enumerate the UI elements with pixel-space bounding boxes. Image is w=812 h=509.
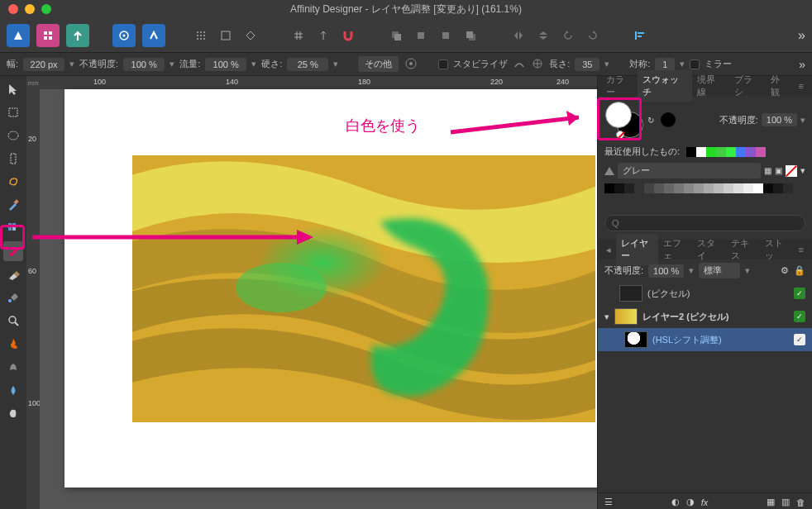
panel-menu-button[interactable]: ≡ <box>794 241 809 258</box>
layer-blend-mode[interactable]: 標準 <box>699 263 740 278</box>
flood-select-tool[interactable] <box>3 218 23 238</box>
swatch-grid-large-button[interactable]: ▣ <box>775 166 782 175</box>
palette-swatch[interactable] <box>664 183 674 193</box>
move-tool[interactable] <box>3 79 23 99</box>
adjustment-layer-button[interactable]: ◑ <box>686 497 695 507</box>
pixel-persona-button[interactable] <box>36 24 60 47</box>
arrange-backward-button[interactable] <box>408 24 433 47</box>
recent-color-swatch[interactable] <box>686 147 696 157</box>
fill-color-well[interactable] <box>605 102 632 128</box>
export-persona-button[interactable] <box>66 24 89 47</box>
palette-swatch[interactable] <box>644 183 654 193</box>
stabilizer-checkbox[interactable] <box>438 59 448 69</box>
panel-menu-button[interactable]: ≡ <box>794 78 809 94</box>
recent-color-swatch[interactable] <box>726 147 736 157</box>
fill-tool[interactable] <box>3 288 23 307</box>
recent-color-swatch[interactable] <box>756 147 766 157</box>
stabilizer-rope-icon[interactable] <box>513 57 526 72</box>
palette-swatch[interactable] <box>634 183 644 193</box>
palette-swatch[interactable] <box>674 183 684 193</box>
smudge-tool[interactable] <box>3 357 23 377</box>
layer-row[interactable]: (ピクセル) ✓ <box>598 282 812 305</box>
grid-dots-button[interactable] <box>189 24 213 47</box>
layer-expand-toggle[interactable]: ▾ <box>604 312 609 322</box>
palette-swatch[interactable] <box>714 183 724 193</box>
swap-colors-icon[interactable]: ↻ <box>647 116 654 125</box>
rect-marquee-tool[interactable] <box>3 102 23 122</box>
swatch-grid-small-button[interactable]: ▦ <box>764 166 771 175</box>
palette-swatch[interactable] <box>783 183 793 193</box>
palette-swatch[interactable] <box>604 183 614 193</box>
palette-swatch[interactable] <box>654 183 664 193</box>
layer-row[interactable]: (HSLシフト調整) ✓ <box>598 328 812 351</box>
snap-magnet-button[interactable] <box>336 24 361 47</box>
layer-settings-icon[interactable]: ⚙ <box>781 265 789 276</box>
swatch-opacity-value[interactable]: 100 % <box>762 113 797 126</box>
fx-layer-button[interactable]: fx <box>701 497 709 507</box>
symmetry-value[interactable]: 1 <box>655 58 675 71</box>
toolbar-overflow-button[interactable]: » <box>798 28 805 43</box>
force-pressure-button[interactable] <box>142 24 165 47</box>
layer-lock-icon[interactable]: 🔒 <box>794 265 805 276</box>
freehand-select-tool[interactable] <box>3 172 23 192</box>
recent-color-swatch[interactable] <box>706 147 716 157</box>
blur-tool[interactable] <box>3 380 23 400</box>
recent-color-swatch[interactable] <box>746 147 756 157</box>
layer-visibility-checkbox[interactable]: ✓ <box>794 288 805 299</box>
brush-width-value[interactable]: 220 px <box>23 58 64 71</box>
snap-guides-button[interactable] <box>311 24 336 47</box>
palette-swatch[interactable] <box>724 183 733 193</box>
recent-color-swatch[interactable] <box>736 147 746 157</box>
ruler-horizontal[interactable]: 100 140 180 220 240 <box>40 76 597 89</box>
recent-color-swatch[interactable] <box>696 147 706 157</box>
swatch-none-button[interactable] <box>786 165 797 177</box>
secondary-color-well[interactable] <box>661 112 676 127</box>
brush-more-dropdown[interactable]: その他 <box>358 56 399 72</box>
align-left-button[interactable] <box>628 24 652 47</box>
precise-clip-button[interactable] <box>112 24 136 47</box>
ellipse-marquee-tool[interactable] <box>3 126 23 145</box>
arrange-back-button[interactable] <box>384 24 408 47</box>
delete-layer-button[interactable]: 🗑 <box>796 497 805 507</box>
add-pixel-layer-button[interactable]: ▦ <box>767 497 775 507</box>
palette-swatch[interactable] <box>743 183 753 193</box>
paint-brush-tool[interactable] <box>3 241 23 261</box>
erase-brush-tool[interactable] <box>3 264 23 284</box>
swatch-add-button[interactable]: ▾ <box>800 165 805 176</box>
add-layer-button[interactable]: ▥ <box>781 497 790 507</box>
ruler-vertical[interactable]: 20 60 100 <box>26 89 40 509</box>
arrange-forward-button[interactable] <box>433 24 458 47</box>
brush-target-icon[interactable] <box>404 56 418 73</box>
burn-tool[interactable] <box>3 334 23 354</box>
selection-brush-tool[interactable] <box>3 195 23 215</box>
palette-swatch[interactable] <box>704 183 714 193</box>
brush-flow-value[interactable]: 100 % <box>205 58 246 71</box>
mask-layer-button[interactable]: ◐ <box>671 497 680 507</box>
view-tool[interactable] <box>3 403 23 423</box>
flip-h-button[interactable] <box>506 24 531 47</box>
palette-swatch[interactable] <box>684 183 694 193</box>
color-well[interactable] <box>604 101 644 139</box>
column-marquee-tool[interactable] <box>3 149 23 169</box>
palette-swatch[interactable] <box>733 183 743 193</box>
snap-grid-button[interactable] <box>286 24 311 47</box>
rotate-ccw-button[interactable] <box>556 24 580 47</box>
palette-swatch[interactable] <box>694 183 704 193</box>
palette-swatch[interactable] <box>763 183 773 193</box>
flip-v-button[interactable] <box>531 24 556 47</box>
recent-color-swatch[interactable] <box>716 147 726 157</box>
search-input[interactable] <box>604 215 805 231</box>
arrange-front-button[interactable] <box>458 24 483 47</box>
zoom-tool[interactable] <box>3 311 23 331</box>
layer-visibility-checkbox[interactable]: ✓ <box>794 334 805 345</box>
brush-opacity-value[interactable]: 100 % <box>123 58 165 71</box>
mirror-checkbox[interactable] <box>690 59 700 69</box>
stabilizer-length-value[interactable]: 35 <box>575 58 599 71</box>
palette-swatch[interactable] <box>773 183 783 193</box>
palette-swatch[interactable] <box>624 183 634 193</box>
layer-stack-icon[interactable]: ☰ <box>604 497 613 507</box>
stabilizer-window-icon[interactable] <box>531 57 544 72</box>
layer-opacity-value[interactable]: 100 % <box>648 264 684 278</box>
palette-swatch[interactable] <box>614 183 624 193</box>
layer-visibility-checkbox[interactable]: ✓ <box>794 311 805 322</box>
